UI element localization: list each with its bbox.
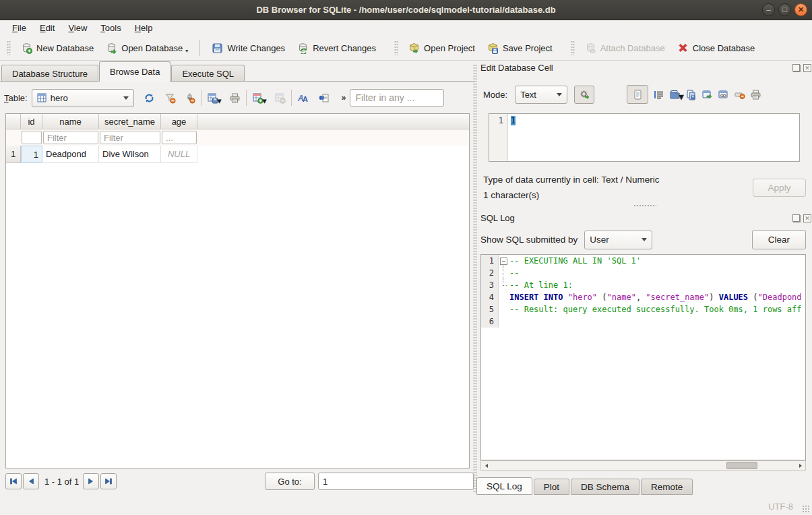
find-in-table-button[interactable] — [318, 92, 330, 104]
float-panel-icon[interactable] — [792, 214, 801, 222]
dock-tab-db-schema[interactable]: DB Schema — [571, 479, 639, 495]
column-header-id[interactable]: id — [21, 114, 42, 129]
cell-name[interactable]: Deadpond — [42, 146, 99, 163]
dock-tab-plot[interactable]: Plot — [534, 479, 569, 495]
menu-help[interactable]: Help — [128, 22, 160, 34]
open-database-button[interactable]: Open Database ▾ — [100, 40, 194, 57]
insert-record-button[interactable]: ▾ — [252, 92, 263, 104]
previous-record-button[interactable] — [23, 473, 39, 489]
menu-view[interactable]: View — [61, 22, 94, 34]
menu-edit[interactable]: Edit — [33, 22, 61, 34]
print-table-button[interactable] — [229, 92, 241, 104]
cell-secret-name[interactable]: Dive Wilson — [99, 146, 161, 163]
filter-any-input[interactable]: Filter in any ... — [350, 89, 444, 107]
next-record-button[interactable] — [83, 473, 99, 489]
clear-sorting-button[interactable] — [184, 92, 195, 104]
filter-input-secret-name[interactable]: Filter — [100, 131, 160, 144]
minimize-button[interactable]: – — [762, 3, 775, 16]
sql-log-hscrollbar[interactable] — [480, 460, 806, 471]
new-database-button[interactable]: New Database — [15, 40, 100, 57]
table-select[interactable]: hero — [32, 89, 134, 107]
close-database-button[interactable]: Close Database — [671, 40, 761, 57]
close-panel-icon[interactable]: ✕ — [803, 214, 811, 222]
menu-tools[interactable]: Tools — [94, 22, 127, 34]
open-external-button[interactable] — [701, 89, 713, 100]
clear-log-button[interactable]: Clear — [752, 230, 806, 249]
log-line-number: 6 — [481, 315, 499, 328]
text-view-button[interactable] — [627, 85, 648, 104]
cell-id[interactable]: 1 — [21, 146, 42, 163]
goto-input[interactable]: 1 — [318, 473, 474, 490]
column-header-name[interactable]: name — [42, 114, 99, 129]
set-null-button[interactable] — [734, 89, 745, 100]
close-button[interactable]: ✕ — [794, 3, 807, 16]
first-record-button[interactable] — [5, 473, 22, 489]
toolbar-grip[interactable] — [7, 40, 11, 55]
print-cell-button[interactable] — [750, 89, 761, 100]
save-table-button[interactable]: ▾ — [207, 92, 218, 104]
dock-tab-sql-log[interactable]: SQL Log — [476, 477, 532, 495]
format-button[interactable]: AA — [297, 92, 309, 104]
attach-database-button[interactable]: Attach Database — [579, 40, 671, 57]
panel-splitter-handle[interactable] — [633, 204, 656, 207]
float-panel-icon[interactable] — [792, 64, 801, 72]
menu-file[interactable]: File — [5, 22, 33, 34]
tab-browse-data[interactable]: Browse Data — [99, 61, 170, 82]
scroll-left-arrow[interactable] — [481, 461, 491, 470]
open-project-button[interactable]: Open Project — [402, 40, 481, 57]
save-table-dropdown-icon[interactable]: ▾ — [217, 96, 222, 106]
open-database-dropdown-icon[interactable]: ▾ — [185, 48, 188, 54]
goto-button[interactable]: Go to: — [265, 473, 315, 490]
row-number[interactable]: 1 — [6, 146, 21, 163]
tab-execute-sql[interactable]: Execute SQL — [171, 65, 245, 82]
close-panel-icon[interactable]: ✕ — [803, 64, 811, 72]
data-grid[interactable]: id name secret_name age Filter Filter ..… — [5, 113, 470, 468]
word-wrap-button[interactable] — [653, 89, 664, 100]
refresh-button[interactable] — [144, 92, 155, 104]
filter-input-age[interactable]: ... — [162, 131, 197, 144]
column-header-age[interactable]: age — [161, 114, 197, 129]
dock-splitter[interactable] — [473, 64, 477, 492]
toolbar-grip[interactable] — [571, 40, 575, 55]
apply-button[interactable]: Apply — [753, 179, 806, 197]
tab-database-structure[interactable]: Database Structure — [1, 65, 98, 82]
grid-corner[interactable] — [6, 114, 21, 129]
scroll-right-arrow[interactable] — [795, 461, 805, 470]
toolbar-overflow-chevron[interactable]: » — [342, 93, 346, 102]
sql-source-select[interactable]: User — [584, 231, 652, 249]
editor-content[interactable]: 1 — [508, 114, 518, 161]
mode-select[interactable]: Text — [515, 86, 567, 104]
cell-type-info: Type of data currently in cell: Text / N… — [483, 175, 660, 185]
save-project-button[interactable]: Save Project — [481, 40, 559, 57]
print-icon — [229, 92, 241, 104]
clear-sorting-icon — [184, 92, 195, 104]
browse-separator — [246, 90, 247, 106]
sql-log-view[interactable]: 1-- EXECUTING ALL IN 'SQL 1'2--3-- At li… — [480, 254, 806, 460]
filter-input-id[interactable] — [22, 131, 42, 144]
write-changes-button[interactable]: Write Changes — [206, 40, 291, 57]
previous-record-icon — [27, 477, 35, 485]
maximize-button[interactable]: □ — [778, 3, 791, 16]
insert-record-dropdown-icon[interactable]: ▾ — [262, 96, 267, 106]
column-header-secret-name[interactable]: secret_name — [99, 114, 161, 129]
open-url-button[interactable] — [718, 89, 729, 100]
last-record-button[interactable] — [100, 473, 117, 489]
filter-input-name[interactable]: Filter — [43, 131, 98, 144]
auto-switch-mode-button[interactable] — [574, 86, 594, 104]
cell-value-editor[interactable]: 1 1 — [489, 113, 800, 162]
dock-tab-remote[interactable]: Remote — [641, 479, 693, 495]
scrollbar-thumb[interactable] — [726, 462, 757, 469]
db-browser-window: DB Browser for SQLite - /home/user/code/… — [0, 0, 812, 515]
toolbar-grip[interactable] — [394, 40, 398, 55]
attach-database-icon — [585, 42, 596, 54]
clear-filters-button[interactable] — [164, 92, 176, 104]
titlebar[interactable]: DB Browser for SQLite - /home/user/code/… — [0, 0, 812, 20]
import-dropdown-icon[interactable]: ▾ — [679, 90, 684, 103]
cell-age[interactable]: NULL — [161, 146, 197, 163]
fold-marker-icon[interactable] — [499, 255, 509, 267]
delete-record-button[interactable] — [274, 92, 286, 104]
revert-changes-button[interactable]: Revert Changes — [291, 40, 382, 57]
export-cell-button[interactable] — [685, 89, 697, 100]
resize-grip[interactable] — [802, 505, 810, 513]
import-cell-button[interactable]: ▾ — [669, 89, 681, 100]
